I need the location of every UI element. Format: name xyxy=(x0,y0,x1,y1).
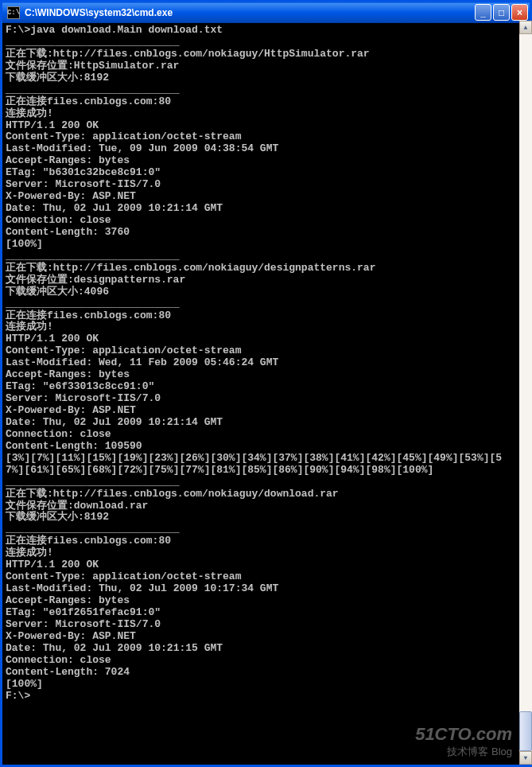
http-header: X-Powered-By: ASP.NET xyxy=(6,190,136,202)
http-status: HTTP/1.1 200 OK xyxy=(6,333,99,345)
save-location: 文件保存位置:designpatterns.rar xyxy=(6,274,185,286)
connect-ok: 连接成功! xyxy=(6,321,53,333)
http-header: Accept-Ranges: bytes xyxy=(6,368,130,380)
scroll-down-button[interactable]: ▼ xyxy=(519,751,532,765)
save-location: 文件保存位置:HttpSimulator.rar xyxy=(6,60,179,72)
close-button[interactable]: × xyxy=(511,4,528,21)
console-output[interactable]: F:\>java download.Main download.txt ____… xyxy=(2,23,530,765)
buffer-size: 下载缓冲区大小:4096 xyxy=(6,286,109,298)
separator: ____________________________ xyxy=(6,36,179,48)
progress: [3%][7%][11%][15%][19%][23%][26%][30%][3… xyxy=(6,452,502,464)
http-header: Date: Thu, 02 Jul 2009 10:21:14 GMT xyxy=(6,202,223,214)
buffer-size: 下载缓冲区大小:8192 xyxy=(6,72,109,84)
http-header: Server: Microsoft-IIS/7.0 xyxy=(6,178,161,190)
download-url: 正在下载:http://files.cnblogs.com/nokiaguy/d… xyxy=(6,262,375,274)
progress: 7%][61%][65%][68%][72%][75%][77%][81%][8… xyxy=(6,464,433,476)
http-header: Content-Length: 7024 xyxy=(6,666,130,678)
http-header: ETag: "e6f33013c8cc91:0" xyxy=(6,380,154,392)
download-url: 正在下载:http://files.cnblogs.com/nokiaguy/d… xyxy=(6,488,339,500)
command-prompt-window: C:\ C:\WINDOWS\system32\cmd.exe _ □ × F:… xyxy=(0,0,532,767)
http-header: Last-Modified: Tue, 09 Jun 2009 04:38:54… xyxy=(6,142,278,154)
separator: ____________________________ xyxy=(6,84,179,95)
window-title: C:\WINDOWS\system32\cmd.exe xyxy=(25,7,475,18)
progress: [100%] xyxy=(6,678,43,690)
http-header: Last-Modified: Thu, 02 Jul 2009 10:17:34… xyxy=(6,582,278,594)
scroll-track[interactable] xyxy=(519,34,532,751)
connect-ok: 连接成功! xyxy=(6,547,53,559)
http-status: HTTP/1.1 200 OK xyxy=(6,119,99,131)
save-location: 文件保存位置:download.rar xyxy=(6,500,148,512)
vertical-scrollbar[interactable]: ▲ ▼ xyxy=(519,21,532,765)
http-header: X-Powered-By: ASP.NET xyxy=(6,404,136,416)
scroll-thumb[interactable] xyxy=(519,711,532,751)
http-header: Date: Thu, 02 Jul 2009 10:21:14 GMT xyxy=(6,416,223,428)
prompt-line: F:\>java download.Main download.txt xyxy=(6,24,223,36)
separator: ____________________________ xyxy=(6,298,179,310)
http-status: HTTP/1.1 200 OK xyxy=(6,559,99,570)
connecting: 正在连接files.cnblogs.com:80 xyxy=(6,535,171,547)
app-icon: C:\ xyxy=(7,6,20,19)
separator: ____________________________ xyxy=(6,476,179,488)
http-header: Connection: close xyxy=(6,428,111,440)
maximize-button[interactable]: □ xyxy=(493,4,510,21)
http-header: Connection: close xyxy=(6,214,111,226)
http-header: Content-Length: 109590 xyxy=(6,440,142,452)
minimize-button[interactable]: _ xyxy=(475,4,491,21)
http-header: Date: Thu, 02 Jul 2009 10:21:15 GMT xyxy=(6,642,223,654)
separator: ____________________________ xyxy=(6,250,179,262)
separator: ____________________________ xyxy=(6,523,179,535)
http-header: Content-Type: application/octet-stream xyxy=(6,570,241,582)
http-header: X-Powered-By: ASP.NET xyxy=(6,630,136,642)
http-header: Last-Modified: Wed, 11 Feb 2009 05:46:24… xyxy=(6,356,278,368)
titlebar[interactable]: C:\ C:\WINDOWS\system32\cmd.exe _ □ × xyxy=(2,2,530,23)
progress: [100%] xyxy=(6,238,43,250)
http-header: Content-Type: application/octet-stream xyxy=(6,130,241,142)
http-header: ETag: "b6301c32bce8c91:0" xyxy=(6,166,161,178)
http-header: Connection: close xyxy=(6,654,111,666)
connecting: 正在连接files.cnblogs.com:80 xyxy=(6,95,171,107)
http-header: Content-Type: application/octet-stream xyxy=(6,345,241,356)
scroll-up-button[interactable]: ▲ xyxy=(519,21,532,34)
buffer-size: 下载缓冲区大小:8192 xyxy=(6,511,109,523)
http-header: Server: Microsoft-IIS/7.0 xyxy=(6,618,161,630)
http-header: ETag: "e01f2651fefac91:0" xyxy=(6,606,161,618)
connecting: 正在连接files.cnblogs.com:80 xyxy=(6,310,171,321)
http-header: Content-Length: 3760 xyxy=(6,226,130,238)
http-header: Accept-Ranges: bytes xyxy=(6,594,130,606)
window-controls: _ □ × xyxy=(475,4,528,21)
download-url: 正在下载:http://files.cnblogs.com/nokiaguy/H… xyxy=(6,48,370,60)
connect-ok: 连接成功! xyxy=(6,107,53,119)
http-header: Accept-Ranges: bytes xyxy=(6,154,130,166)
prompt-line: F:\> xyxy=(6,690,30,702)
http-header: Server: Microsoft-IIS/7.0 xyxy=(6,392,161,404)
